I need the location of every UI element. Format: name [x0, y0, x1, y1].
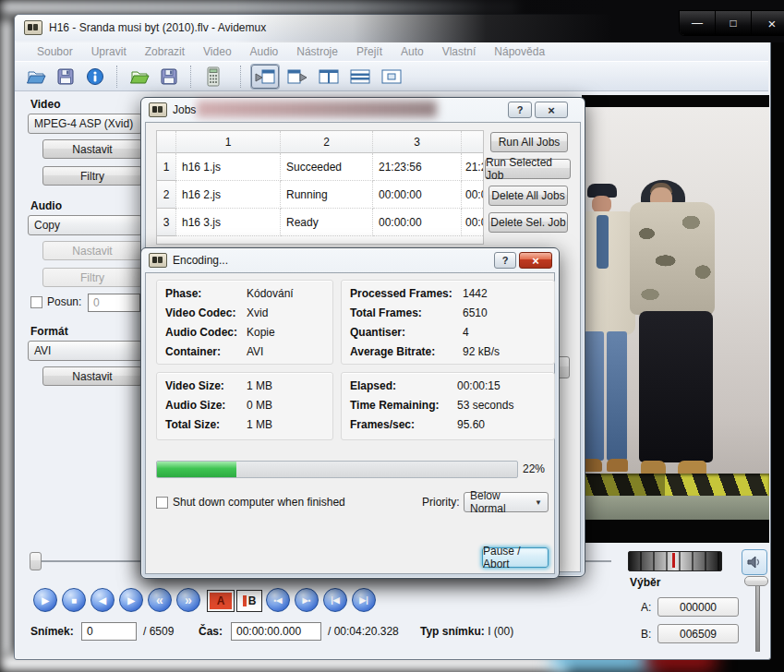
pause-abort-button[interactable]: Pause / Abort — [482, 547, 549, 568]
avidemux-logo-icon — [149, 102, 167, 117]
menu-napoveda[interactable]: Nápověda — [485, 45, 554, 58]
first-frame-button[interactable]: |◀ — [323, 588, 347, 612]
frame-input[interactable]: 0 — [81, 622, 137, 641]
next-black-frame-button[interactable]: ▶▪ — [295, 588, 319, 612]
view-stacked-button[interactable] — [347, 66, 373, 88]
menu-auto[interactable]: Auto — [392, 45, 433, 58]
menu-zobrazit[interactable]: Zobrazit — [136, 45, 194, 58]
format-combo[interactable]: AVI — [28, 341, 142, 361]
delete-all-jobs-button[interactable]: Delete All Jobs — [488, 186, 568, 206]
encoding-dialog-title: Encoding... — [173, 254, 228, 267]
jobs-rowhead-2[interactable]: 2 — [157, 181, 176, 209]
jobs-row3-start[interactable]: 00:00:00 — [373, 209, 462, 236]
selection-a-value[interactable]: 000000 — [657, 597, 739, 617]
video-codec-combo[interactable]: MPEG-4 ASP (Xvid) — [28, 114, 142, 134]
view-separate-button[interactable] — [379, 66, 404, 88]
open-project-button[interactable] — [127, 65, 151, 89]
jobs-row2-name[interactable]: h16 2.js — [176, 181, 281, 209]
format-configure-button[interactable]: Nastavit — [42, 366, 142, 386]
menu-prejit[interactable]: Přejít — [347, 45, 392, 58]
person-left-boot2 — [607, 459, 628, 472]
delete-selected-job-button[interactable]: Delete Sel. Job — [488, 212, 568, 233]
save-video-button[interactable] — [54, 65, 78, 89]
marker-a-button[interactable]: A — [207, 590, 235, 612]
video-configure-button[interactable]: Nastavit — [42, 139, 142, 159]
window-titlebar[interactable]: H16 - Sranda musi byt (2010).flv - Avide… — [15, 15, 768, 41]
jobs-rowhead-1[interactable]: 1 — [157, 153, 176, 181]
audio-shift-checkbox[interactable] — [30, 296, 42, 308]
timeline-handle[interactable] — [30, 552, 42, 570]
jobs-row1-start[interactable]: 21:23:56 — [373, 153, 462, 181]
save-project-button[interactable] — [157, 65, 181, 89]
audio-shift-spinbox[interactable]: 0 — [88, 294, 140, 312]
open-video-button[interactable] — [24, 65, 48, 89]
previous-frame-button[interactable]: ◀ — [90, 588, 115, 612]
encoding-close-button[interactable]: × — [519, 252, 552, 269]
menu-audio[interactable]: Audio — [241, 45, 288, 58]
jobs-help-button[interactable]: ? — [508, 102, 532, 118]
audio-configure-button[interactable]: Nastavit — [42, 241, 142, 260]
time-input[interactable]: 00:00:00.000 — [231, 622, 321, 641]
jobs-close-button[interactable]: × — [535, 102, 568, 118]
outer-maximize-button[interactable]: □ — [716, 11, 752, 35]
menu-vlastni[interactable]: Vlastní — [433, 45, 486, 58]
run-selected-job-button[interactable]: Run Selected Job — [485, 159, 571, 179]
menu-upravit[interactable]: Upravit — [82, 45, 136, 58]
encoding-help-button[interactable]: ? — [494, 252, 516, 269]
menu-video[interactable]: Video — [194, 45, 240, 58]
play-button[interactable]: ▶ — [33, 588, 57, 612]
menu-soubor[interactable]: Soubor — [28, 45, 82, 58]
priority-label: Priority: — [422, 496, 460, 509]
last-frame-button[interactable]: ▶| — [352, 588, 376, 612]
menu-nastroje[interactable]: Nástroje — [287, 45, 347, 58]
jobs-row2-end[interactable]: 00:00:0 — [462, 181, 483, 209]
jobs-col-2[interactable]: 2 — [281, 131, 373, 153]
person-right-pants — [639, 311, 713, 462]
video-filters-button[interactable]: Filtry — [42, 166, 142, 186]
jobs-rowhead-3[interactable]: 3 — [157, 209, 176, 236]
info-button[interactable] — [83, 65, 107, 89]
audio-filters-button[interactable]: Filtry — [42, 268, 142, 287]
jobs-col-1[interactable]: 1 — [176, 131, 281, 153]
jog-wheel[interactable] — [628, 551, 722, 571]
forward-chunk-button[interactable]: » — [176, 588, 200, 612]
next-frame-button[interactable]: ▶ — [119, 588, 143, 612]
selection-b-value[interactable]: 006509 — [657, 624, 739, 643]
audio-codec-combo[interactable]: Copy — [28, 215, 142, 235]
jobs-row3-status[interactable]: Ready — [281, 209, 373, 236]
jobs-col-3[interactable]: 3 — [373, 131, 462, 153]
volume-groove[interactable] — [755, 583, 760, 652]
calculator-button[interactable] — [201, 65, 225, 89]
jobs-row3-name[interactable]: h16 3.js — [176, 209, 281, 236]
time-info-row-1: Time Remaining: — [350, 399, 439, 412]
outer-close-button[interactable]: × — [752, 11, 784, 35]
run-all-jobs-button[interactable]: Run All Jobs — [490, 132, 568, 152]
time-info-val-0: 00:00:15 — [457, 379, 501, 392]
jobs-row2-status[interactable]: Running — [281, 181, 373, 209]
person-left-jeans-leg2 — [607, 331, 627, 461]
stop-button[interactable]: ■ — [62, 588, 86, 612]
outer-minimize-button[interactable]: — — [680, 11, 716, 35]
time-label: Čas: — [199, 625, 223, 638]
view-output-button[interactable] — [284, 66, 310, 88]
jobs-row3-end[interactable]: 00:00:0 — [462, 209, 483, 236]
back-chunk-button[interactable]: « — [148, 588, 172, 612]
jobs-table: 1 2 3 1 h16 1.js Succeeded 21:23:56 21:2… — [156, 130, 484, 245]
volume-handle[interactable] — [744, 576, 768, 586]
outer-caption-group: — □ × — [679, 10, 784, 36]
size-info-val-2: 1 MB — [247, 418, 272, 431]
mute-button[interactable] — [742, 549, 767, 575]
jobs-row1-status[interactable]: Succeeded — [281, 153, 373, 181]
jobs-row2-start[interactable]: 00:00:00 — [373, 181, 462, 209]
jobs-col-4[interactable] — [462, 131, 483, 153]
previous-black-frame-button[interactable]: ▪◀ — [266, 588, 290, 612]
info-label: Phase: — [165, 287, 201, 300]
marker-b-button[interactable]: B — [236, 590, 262, 612]
priority-combo[interactable]: Below Normal ▼ — [464, 492, 549, 512]
jobs-row1-end[interactable]: 21:25:3 — [462, 153, 483, 181]
jog-wheel-marker — [672, 553, 675, 568]
view-input-button[interactable] — [251, 65, 279, 89]
jobs-row1-name[interactable]: h16 1.js — [176, 153, 281, 181]
shutdown-checkbox[interactable] — [156, 497, 168, 509]
view-side-by-side-button[interactable] — [316, 66, 342, 88]
